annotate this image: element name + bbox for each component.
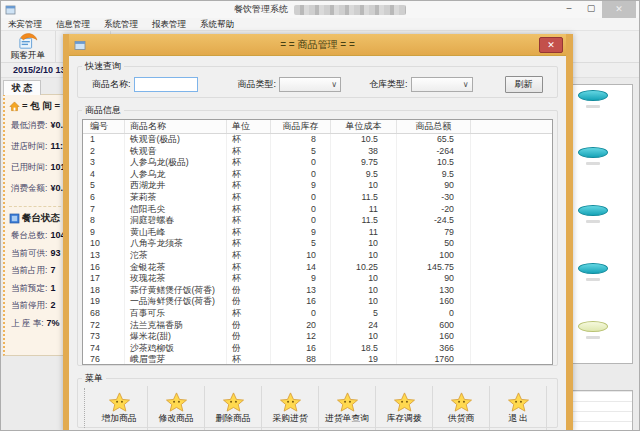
maximize-button[interactable]: ▢ [580, 1, 602, 16]
dining-table-icon[interactable] [578, 263, 608, 274]
table-row[interactable]: 17玫瑰花茶杯91090 [83, 273, 552, 285]
table-cell-filler [471, 215, 552, 227]
table-row[interactable]: 16金银花茶杯1410.25145.75 [83, 262, 552, 274]
table-cell: 14 [271, 262, 331, 274]
refresh-button[interactable]: 刷新 [505, 76, 543, 93]
table-row[interactable]: 9黄山毛峰杯91179 [83, 227, 552, 239]
table-row[interactable]: 7信阳毛尖杯011-20 [83, 204, 552, 216]
table-cell: 西湖龙井 [125, 180, 227, 192]
window-titlebar[interactable]: 餐饮管理系统 – ▢ ✕ [1, 1, 639, 18]
table-row[interactable]: 6茉莉茶杯011.5-30 [83, 192, 552, 204]
minimize-button[interactable]: – [558, 1, 580, 16]
table-cell: 16 [271, 343, 331, 355]
stat-label: 当前停用: [11, 300, 47, 310]
table-label [586, 278, 600, 281]
table-row[interactable]: 10八角亭龙须茶杯51050 [83, 238, 552, 250]
product-type-select[interactable]: ∨ [279, 77, 341, 92]
menu-button[interactable]: 库存调拨 [376, 386, 433, 430]
table-cell: 68 [83, 308, 125, 320]
menu-button[interactable]: 退 出 [490, 386, 547, 430]
chevron-down-icon: ∨ [331, 80, 337, 89]
table-cell: 份 [227, 331, 271, 343]
window-close-button[interactable]: ✕ [602, 1, 636, 18]
menu-button[interactable]: 进货单查询 [319, 386, 376, 430]
menu-button[interactable]: 采购进货 [262, 386, 319, 430]
table-row[interactable]: 68百事可乐杯050 [83, 308, 552, 320]
column-header[interactable]: 单位成本 [331, 120, 397, 133]
stat-row: 最低消费:¥0. [5, 115, 66, 136]
table-row[interactable]: 19一品海鲜煲仔饭(荷香)份1610160 [83, 296, 552, 308]
table-cell: 160 [397, 296, 471, 308]
menubar-item[interactable]: 信息管理 [49, 18, 97, 31]
room-stats: 最低消费:¥0.进店时间:11:3已用时间:101消费金额:¥0. [5, 115, 66, 199]
table-cell: 玫瑰花茶 [125, 273, 227, 285]
star-icon [393, 392, 416, 412]
column-header[interactable]: 商品名称 [125, 120, 227, 133]
menubar-item[interactable]: 系统帮助 [193, 18, 241, 31]
table-cell: 峨眉雪芽 [125, 354, 227, 365]
table-status-title: 餐台状态 [22, 212, 60, 225]
product-name-input[interactable] [134, 77, 198, 92]
table-row[interactable]: 72法兰克福香肠份2024600 [83, 320, 552, 332]
table-cell: 2 [83, 146, 125, 158]
table-cell: 沙茶鸡柳饭 [125, 343, 227, 355]
menubar-item[interactable]: 报表管理 [145, 18, 193, 31]
table-cell: 茉莉茶 [125, 192, 227, 204]
table-cell: 10 [331, 180, 397, 192]
current-datetime: 2015/2/10 13 [13, 65, 66, 75]
table-cell: 杯 [227, 134, 271, 146]
stat-label: 已用时间: [11, 162, 47, 172]
quick-query-label: 快速查询 [82, 60, 124, 73]
table-cell: 10.5 [397, 157, 471, 169]
toolbar-button[interactable]: 顾客开单 [1, 31, 56, 62]
table-label [586, 336, 600, 339]
table-cell: 17 [83, 273, 125, 285]
table-row[interactable]: 2铁观音杯538-264 [83, 146, 552, 158]
column-header[interactable]: 商品库存 [271, 120, 331, 133]
table-cell: 0 [271, 157, 331, 169]
table-row[interactable]: 1铁观音(极品)杯810.565.5 [83, 134, 552, 146]
menubar-item[interactable]: 系统管理 [97, 18, 145, 31]
table-cell: 88 [271, 354, 331, 365]
dining-table-icon[interactable] [578, 205, 608, 216]
table-row[interactable]: 76峨眉雪芽杯88191760 [83, 354, 552, 365]
stat-label: 当前预定: [11, 283, 47, 293]
menu-button[interactable]: 删除商品 [205, 386, 262, 430]
menu-button[interactable]: 修改商品 [148, 386, 205, 430]
table-cell: 一品海鲜煲仔饭(荷香) [125, 296, 227, 308]
dialog-close-button[interactable]: ✕ [539, 37, 563, 53]
dining-table-icon[interactable] [578, 147, 608, 158]
menu-button[interactable]: 供货商 [433, 386, 490, 430]
table-row[interactable]: 74沙茶鸡柳饭份1618.5366 [83, 343, 552, 355]
table-row[interactable]: 73爆米花(甜)份1210160 [83, 331, 552, 343]
stat-value: 7 [50, 265, 55, 275]
dining-table-icon[interactable] [578, 90, 608, 101]
table-cell: 9 [271, 180, 331, 192]
table-label [586, 162, 600, 165]
menubar-item[interactable]: 来宾管理 [1, 18, 49, 31]
table-row[interactable]: 8洞庭碧螺春杯011.5-24.5 [83, 215, 552, 227]
table-row[interactable]: 4人参乌龙杯09.59.5 [83, 169, 552, 181]
menu-button[interactable]: 增加商品 [91, 386, 148, 430]
table-row[interactable]: 5西湖龙井杯91090 [83, 180, 552, 192]
tab-status[interactable]: 状 态 [3, 80, 41, 95]
table-row[interactable]: 13沱茶杯1010100 [83, 250, 552, 262]
menu-label: 菜单 [82, 372, 106, 385]
column-header[interactable]: 单位 [227, 120, 271, 133]
table-cell: 600 [397, 320, 471, 332]
column-header[interactable]: 编号 [83, 120, 125, 133]
table-cell: 10 [271, 250, 331, 262]
table-cell: 杯 [227, 157, 271, 169]
window-title: 餐饮管理系统 [234, 4, 288, 14]
warehouse-type-select[interactable]: ∨ [411, 77, 473, 92]
table-cell: 金银花茶 [125, 262, 227, 274]
table-row[interactable]: 18蒜仔黄鳝煲仔饭(荷香)份1310130 [83, 285, 552, 297]
column-header[interactable]: 商品总额 [397, 120, 471, 133]
table-cell: 3 [83, 157, 125, 169]
table-cell-filler [471, 157, 552, 169]
table-row[interactable]: 3人参乌龙(极品)杯09.7510.5 [83, 157, 552, 169]
dining-table-icon[interactable] [578, 321, 608, 332]
table-cell: 0 [271, 192, 331, 204]
star-icon [108, 392, 131, 412]
dialog-titlebar[interactable]: = = 商品管理 = = ✕ [69, 34, 566, 56]
